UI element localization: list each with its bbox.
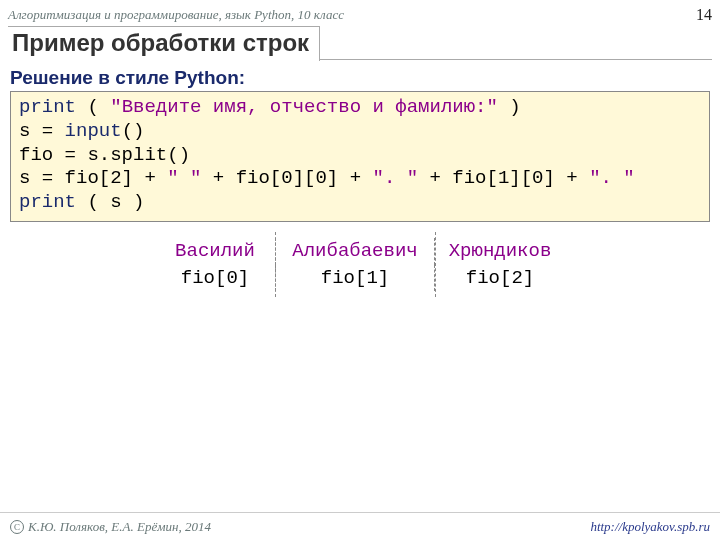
footer: С К.Ю. Поляков, Е.А. Ерёмин, 2014 http:/…	[0, 512, 720, 540]
example-idx-2: fio[1]	[275, 265, 435, 292]
string-literal: "Введите имя, отчество и фамилию:"	[110, 96, 498, 118]
code-line-1: print ( "Введите имя, отчество и фамилию…	[19, 96, 701, 120]
code-line-5: print ( s )	[19, 191, 701, 215]
title-divider	[320, 59, 712, 60]
example-idx-3: fio[2]	[435, 265, 565, 292]
copyright-icon: С	[10, 520, 24, 534]
keyword-input: input	[65, 120, 122, 142]
keyword-print: print	[19, 96, 76, 118]
divider	[275, 232, 276, 298]
footer-authors: К.Ю. Поляков, Е.А. Ерёмин, 2014	[28, 519, 211, 535]
course-title: Алгоритмизация и программирование, язык …	[8, 7, 344, 23]
footer-url: http://kpolyakov.spb.ru	[590, 519, 710, 535]
example-name-3: Хрюндиков	[435, 238, 565, 265]
code-line-4: s = fio[2] + " " + fio[0][0] + ". " + fi…	[19, 167, 701, 191]
example-idx-1: fio[0]	[155, 265, 275, 292]
slide-title: Пример обработки строк	[8, 26, 320, 61]
code-line-2: s = input()	[19, 120, 701, 144]
code-block: print ( "Введите имя, отчество и фамилию…	[10, 91, 710, 222]
page-number: 14	[696, 6, 712, 24]
string-literal: " "	[167, 167, 201, 189]
code-line-3: fio = s.split()	[19, 144, 701, 168]
section-subtitle: Решение в стиле Python:	[10, 67, 710, 89]
example-box: Василий Алибабаевич Хрюндиков fio[0] fio…	[155, 238, 565, 292]
example-name-1: Василий	[155, 238, 275, 265]
example-name-2: Алибабаевич	[275, 238, 435, 265]
footer-copyright: С К.Ю. Поляков, Е.А. Ерёмин, 2014	[10, 519, 211, 535]
keyword-print: print	[19, 191, 76, 213]
string-literal: ". "	[589, 167, 635, 189]
divider	[435, 232, 436, 298]
string-literal: ". "	[372, 167, 418, 189]
